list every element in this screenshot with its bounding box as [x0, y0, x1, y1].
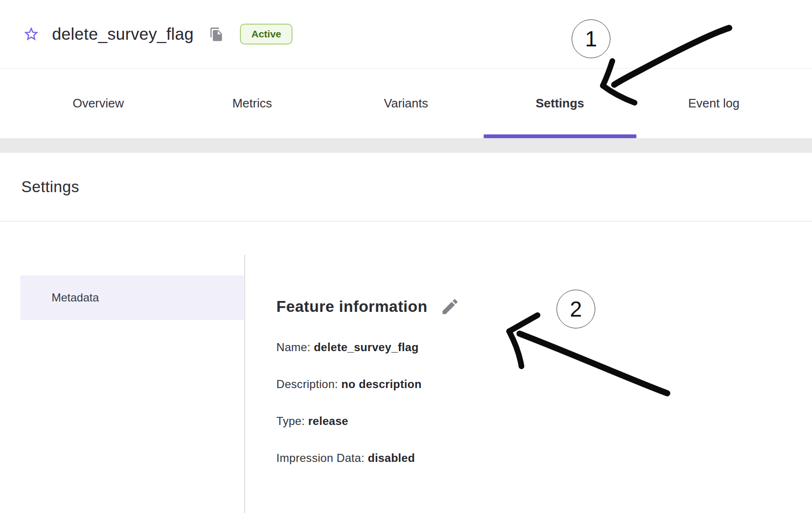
field-type: Type: release [276, 415, 812, 427]
section-title: Settings [21, 178, 79, 196]
tab-metrics[interactable]: Metrics [175, 69, 329, 138]
annotation-2-number: 2 [570, 296, 582, 322]
pencil-icon [440, 297, 460, 317]
field-impression-data-value: disabled [368, 451, 415, 464]
section-header: Settings [0, 153, 812, 221]
feature-information-title: Feature information [276, 298, 427, 316]
sidebar-item-metadata-label: Metadata [52, 291, 99, 304]
field-type-label: Type: [276, 415, 305, 427]
copy-name-button[interactable] [209, 27, 224, 42]
annotation-1-number: 1 [585, 26, 597, 52]
field-description-label: Description: [276, 378, 338, 390]
settings-content: Metadata Feature information Name: delet… [0, 221, 812, 513]
field-name-value: delete_survey_flag [314, 341, 419, 354]
metadata-panel: Feature information Name: delete_survey_… [244, 221, 812, 513]
annotation-circle-2: 2 [556, 290, 595, 328]
field-type-value: release [308, 415, 348, 427]
star-outline-icon [23, 26, 40, 43]
tab-settings-label: Settings [536, 96, 584, 111]
feature-fields: Name: delete_survey_flag Description: no… [276, 341, 812, 464]
tab-event-log[interactable]: Event log [637, 69, 791, 138]
status-badge: Active [240, 24, 292, 44]
field-impression-data-label: Impression Data: [276, 451, 364, 464]
field-description-value: no description [341, 378, 422, 390]
field-impression-data: Impression Data: disabled [276, 451, 812, 464]
vertical-divider [244, 255, 245, 513]
tab-variants-label: Variants [384, 96, 428, 111]
favorite-star-button[interactable] [23, 26, 40, 43]
tab-metrics-label: Metrics [232, 96, 272, 111]
annotation-circle-1: 1 [572, 19, 610, 58]
sidebar-item-metadata[interactable]: Metadata [20, 275, 244, 320]
tabbar-shadow-band [0, 138, 812, 153]
flag-tabbar: Overview Metrics Variants Settings Event… [0, 69, 812, 138]
tab-variants[interactable]: Variants [329, 69, 483, 138]
copy-icon [209, 27, 224, 42]
field-description: Description: no description [276, 378, 812, 390]
tab-overview-label: Overview [72, 96, 124, 111]
tab-event-log-label: Event log [688, 96, 739, 111]
field-name: Name: delete_survey_flag [276, 341, 812, 354]
page-title: delete_survey_flag [52, 25, 194, 44]
feature-information-header: Feature information [276, 296, 812, 317]
edit-feature-button[interactable] [440, 296, 460, 317]
field-name-label: Name: [276, 341, 310, 354]
tab-overview[interactable]: Overview [21, 69, 175, 138]
flag-header: delete_survey_flag Active [0, 0, 812, 69]
tab-settings[interactable]: Settings [483, 69, 637, 138]
settings-side-nav: Metadata [0, 221, 244, 513]
